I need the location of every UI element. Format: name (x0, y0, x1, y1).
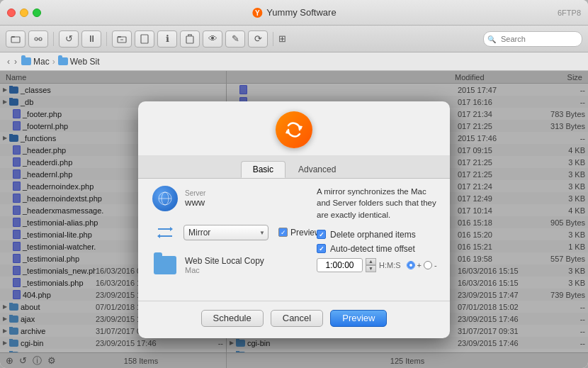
toolbar-btn-view[interactable]: 👁 (203, 30, 222, 48)
time-up-button[interactable]: ▲ (366, 258, 376, 265)
minimize-button[interactable] (20, 9, 28, 17)
tab-basic[interactable]: Basic (241, 161, 285, 178)
back-button[interactable]: ‹ (6, 57, 11, 67)
shortcut-label: 6FTP8 (558, 9, 581, 17)
svg-rect-4 (35, 38, 38, 40)
toolbar-btn-1[interactable] (6, 30, 26, 48)
sync-type-select-wrapper: Mirror Upload Download Synchronize (183, 225, 268, 240)
delete-orphaned-checkbox[interactable] (317, 230, 326, 239)
window-title: Y Yummy Software (251, 7, 336, 18)
webshop-folder-icon (58, 57, 68, 65)
svg-rect-10 (141, 35, 148, 43)
sync-modal: Basic Advanced (138, 101, 450, 338)
mirror-row: Mirror Upload Download Synchronize Previ… (152, 220, 308, 245)
local-copy-row: Web Site Local Copy Mac (152, 252, 308, 278)
toolbar-btn-reload[interactable]: ↺ (59, 30, 79, 48)
svg-rect-3 (11, 36, 15, 38)
local-icon (152, 252, 178, 278)
local-copy-info: Web Site Local Copy Mac (185, 256, 264, 274)
radio-positive[interactable] (407, 261, 415, 269)
globe-icon (157, 191, 173, 206)
toolbar-btn-pause[interactable]: ⏸ (81, 30, 101, 48)
svg-marker-21 (157, 234, 160, 238)
main-area: Name ▶ _classes ▶ _db (0, 71, 588, 368)
time-row: ▲ ▼ H:M:S + - (317, 258, 437, 272)
local-copy-sublabel: Mac (185, 266, 264, 274)
tab-advanced[interactable]: Advanced (287, 161, 347, 178)
search-input[interactable] (483, 31, 582, 47)
hms-label: H:M:S (379, 261, 401, 269)
toolbar-btn-info[interactable]: ℹ (157, 30, 177, 48)
toolbar-btn-edit[interactable]: ✎ (225, 30, 245, 48)
delete-orphaned-row: Delete orphaned items (317, 230, 437, 240)
toolbar-btn-file[interactable] (135, 30, 154, 48)
nav-buttons: ‹ › (6, 57, 18, 67)
radio-negative[interactable] (424, 261, 432, 269)
svg-rect-2 (11, 37, 20, 43)
toolbar-btn-refresh[interactable]: ⟳ (248, 30, 268, 48)
local-folder-icon (154, 256, 176, 274)
delete-orphaned-label: Delete orphaned items (330, 230, 416, 240)
breadcrumb-path: Mac › Web Sit (21, 57, 99, 67)
toolbar-sep-1 (53, 32, 54, 46)
preview-checkbox-row: Preview (278, 228, 321, 238)
modal-body: Server www (138, 179, 450, 298)
svg-rect-8 (118, 36, 121, 38)
titlebar: Y Yummy Software 6FTP8 (0, 0, 588, 26)
toolbar-btn-delete[interactable] (180, 30, 200, 48)
modal-tabs: Basic Advanced (138, 155, 450, 179)
chain-icon (33, 35, 43, 43)
server-info: Server www (185, 189, 205, 208)
radio-group: + - (407, 261, 437, 269)
modal-overlay: Basic Advanced (0, 71, 588, 368)
cancel-button[interactable]: Cancel (271, 310, 323, 327)
sync-type-select[interactable]: Mirror Upload Download Synchronize (183, 225, 268, 240)
preview-button[interactable]: Preview (330, 310, 387, 327)
toolbar-sep-2 (106, 32, 107, 46)
app-icon: Y (251, 7, 263, 18)
modal-right-section: A mirror synchronizes the Mac and Server… (317, 186, 437, 286)
toolbar-btn-folder2[interactable] (112, 30, 132, 48)
auto-detect-checkbox[interactable] (317, 244, 326, 253)
search-area (483, 31, 582, 47)
mac-folder-icon (21, 57, 31, 65)
sync-arrows-icon (283, 118, 305, 141)
auto-detect-row: Auto-detect time offset (317, 244, 437, 254)
time-down-button[interactable]: ▼ (366, 265, 376, 272)
sync-icon-circle (276, 111, 312, 148)
modal-main-row: Server www (152, 186, 436, 286)
sync-icon-area (138, 101, 450, 155)
preview-checkbox[interactable] (278, 228, 288, 237)
svg-rect-11 (186, 36, 193, 43)
modal-actions: Schedule Cancel Preview (138, 301, 450, 338)
time-stepper: ▲ ▼ (366, 258, 376, 272)
folder2-icon (117, 35, 127, 43)
maximize-button[interactable] (33, 9, 41, 17)
modal-info-text: A mirror synchronizes the Mac and Server… (317, 186, 437, 221)
forward-button[interactable]: › (13, 57, 18, 67)
transfer-arrows-icon (154, 222, 176, 243)
close-button[interactable] (7, 9, 16, 17)
mirror-arrows-icon (152, 220, 178, 245)
modal-left-section: Server www (152, 186, 308, 286)
radio-minus-label: - (434, 261, 437, 269)
svg-marker-20 (170, 227, 173, 231)
svg-text:Y: Y (255, 9, 260, 17)
server-row: Server www (152, 186, 308, 211)
auto-detect-label: Auto-detect time offset (330, 244, 415, 254)
time-input[interactable] (317, 258, 363, 272)
toolbar-btn-2[interactable] (28, 30, 48, 48)
trash-icon (186, 34, 194, 44)
search-wrapper (483, 31, 582, 47)
file-icon (140, 34, 149, 44)
radio-plus-label: + (417, 261, 422, 269)
folder-icon (11, 35, 21, 43)
local-copy-name: Web Site Local Copy (185, 256, 264, 266)
svg-rect-5 (39, 38, 42, 40)
breadcrumb-webshop[interactable]: Web Sit (58, 57, 100, 67)
breadcrumb-bar: ‹ › Mac › Web Sit (0, 52, 588, 71)
breadcrumb-mac[interactable]: Mac (21, 57, 50, 67)
server-globe-icon (152, 186, 178, 211)
filter-icon[interactable]: ⊞ (278, 33, 286, 44)
schedule-button[interactable]: Schedule (201, 310, 264, 327)
